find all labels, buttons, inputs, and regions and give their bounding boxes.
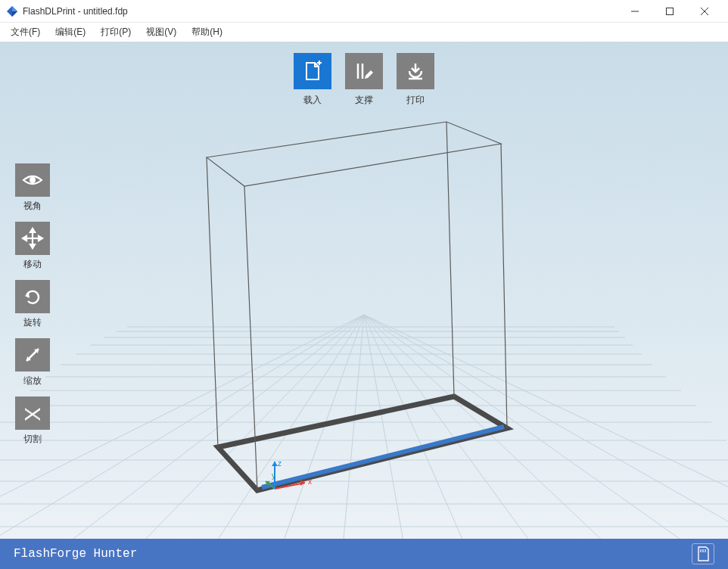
cut-button[interactable] (15, 396, 50, 430)
menu-view[interactable]: 视图(V) (138, 23, 184, 41)
titlebar: FlashDLPrint - untitled.fdp (0, 0, 728, 23)
minimize-button[interactable] (618, 0, 652, 23)
eye-icon (21, 169, 44, 191)
svg-marker-2 (12, 11, 17, 17)
build-plate-grid: x y z (0, 42, 728, 539)
svg-marker-64 (39, 236, 42, 241)
app-logo-icon (6, 5, 18, 17)
move-label: 移动 (23, 258, 42, 271)
svg-text:x: x (308, 477, 312, 486)
top-toolbar: 载入 支撑 打印 (294, 53, 434, 107)
maximize-button[interactable] (652, 0, 687, 23)
move-button[interactable] (15, 222, 50, 255)
menu-file[interactable]: 文件(F) (3, 23, 48, 41)
left-toolbar: 视角 移动 旋转 (15, 163, 50, 446)
close-button[interactable] (687, 0, 722, 23)
menu-help[interactable]: 帮助(H) (184, 23, 230, 41)
svg-marker-1 (12, 6, 17, 11)
menu-print[interactable]: 打印(P) (93, 23, 138, 41)
svg-rect-4 (667, 8, 674, 14)
print-label: 打印 (406, 94, 425, 107)
print-icon (405, 61, 426, 82)
scale-button[interactable] (15, 338, 50, 372)
printer-name: FlashForge Hunter (14, 547, 692, 561)
rotate-button[interactable] (15, 280, 50, 313)
scale-label: 缩放 (23, 375, 42, 387)
statusbar: FlashForge Hunter (0, 539, 728, 569)
svg-marker-63 (23, 236, 26, 241)
window-title: FlashDLPrint - untitled.fdp (23, 6, 618, 17)
load-label: 载入 (303, 94, 322, 107)
sd-card-icon (696, 546, 710, 561)
svg-point-58 (30, 177, 36, 183)
cut-label: 切割 (23, 433, 42, 446)
support-label: 支撑 (355, 94, 373, 107)
svg-text:z: z (278, 459, 282, 468)
menu-edit[interactable]: 编辑(E) (48, 23, 93, 41)
sd-card-button[interactable] (692, 543, 714, 564)
load-button[interactable] (294, 53, 331, 89)
svg-marker-61 (30, 229, 35, 232)
move-icon (21, 227, 44, 250)
scale-icon (21, 344, 44, 366)
rotate-icon (21, 285, 44, 308)
support-edit-icon (353, 61, 375, 82)
view-label: 视角 (23, 200, 42, 213)
support-button[interactable] (345, 53, 383, 89)
view-button[interactable] (15, 163, 50, 197)
menubar: 文件(F) 编辑(E) 打印(P) 视图(V) 帮助(H) (0, 23, 728, 42)
svg-marker-62 (30, 244, 35, 248)
cut-icon (21, 402, 44, 424)
rotate-label: 旋转 (23, 316, 42, 329)
file-add-icon (302, 61, 323, 82)
print-button[interactable] (397, 53, 434, 89)
viewport-3d[interactable]: x y z 载入 (0, 42, 728, 539)
